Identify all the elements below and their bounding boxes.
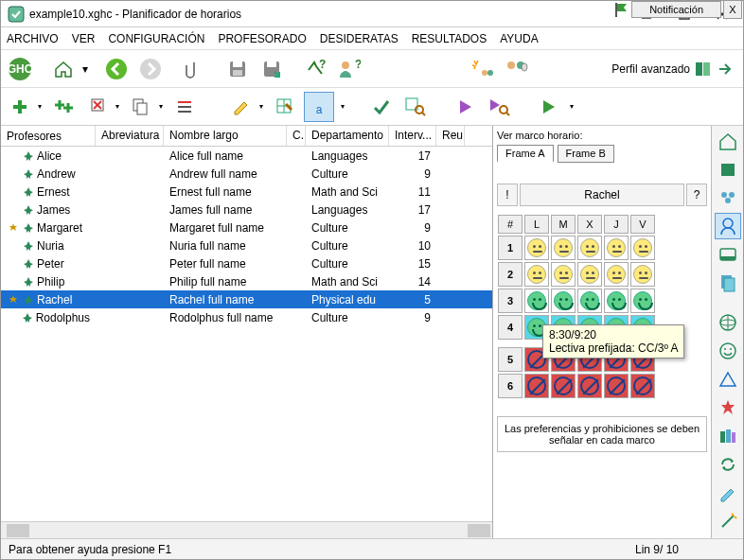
- add-dropdown[interactable]: ▾: [35, 92, 44, 122]
- wizard-button[interactable]: [467, 54, 497, 84]
- play-button[interactable]: [450, 92, 480, 122]
- delete-dropdown[interactable]: ▾: [113, 92, 122, 122]
- ghc-button[interactable]: GHC: [5, 54, 35, 84]
- frame-b-tab[interactable]: Frame B: [558, 145, 614, 163]
- sb-panel-icon[interactable]: [715, 241, 741, 268]
- help-button[interactable]: ?: [300, 54, 330, 84]
- schedule-cell[interactable]: [630, 236, 655, 260]
- forward-button[interactable]: [135, 54, 166, 84]
- col-abrev[interactable]: Abreviatura: [96, 126, 164, 146]
- schedule-cell[interactable]: [577, 374, 602, 398]
- col-c[interactable]: C...: [287, 126, 306, 146]
- frame-a-tab[interactable]: Frame A: [497, 145, 554, 163]
- schedule-cell[interactable]: [630, 374, 655, 398]
- user-help-button[interactable]: ?: [334, 54, 364, 84]
- schedule-cell[interactable]: [551, 374, 576, 398]
- schedule-cell[interactable]: [524, 374, 549, 398]
- table-row[interactable]: RachelRachel full namePhysical edu5: [1, 290, 492, 308]
- table-row[interactable]: ErnestErnest full nameMath and Sci11: [1, 183, 492, 201]
- schedule-cell[interactable]: [604, 262, 629, 287]
- sb-wand-icon[interactable]: [715, 508, 741, 534]
- schedule-cell[interactable]: [604, 236, 629, 260]
- sb-people-icon[interactable]: [715, 184, 741, 211]
- copy-button[interactable]: [126, 92, 156, 122]
- add-multi-button[interactable]: [48, 92, 79, 122]
- table-row[interactable]: PeterPeter full nameCulture15: [1, 254, 492, 272]
- add-button[interactable]: [5, 92, 35, 122]
- table-row[interactable]: RodolphusRodolphus full nameCulture9: [1, 308, 492, 326]
- menu-resultados[interactable]: RESULTADOS: [412, 32, 487, 45]
- col-interv[interactable]: Interv...: [389, 126, 436, 146]
- sb-home-icon[interactable]: [715, 128, 741, 154]
- sb-smile-icon[interactable]: [715, 338, 741, 364]
- table-row[interactable]: JamesJames full nameLanguages17: [1, 201, 492, 219]
- text-dropdown[interactable]: ▾: [338, 92, 347, 122]
- horizontal-scrollbar[interactable]: [1, 521, 492, 538]
- list-button[interactable]: [169, 92, 200, 122]
- menu-desideratas[interactable]: DESIDERATAS: [320, 32, 399, 45]
- col-profesores[interactable]: Profesores: [1, 126, 96, 146]
- copy-dropdown[interactable]: ▾: [156, 92, 166, 122]
- edit-dropdown[interactable]: ▾: [257, 92, 266, 122]
- edit-button[interactable]: [226, 92, 257, 122]
- schedule-cell[interactable]: [577, 262, 602, 287]
- sb-star-icon[interactable]: [715, 394, 741, 421]
- schedule-cell[interactable]: [630, 289, 655, 313]
- play-search-button[interactable]: [484, 92, 514, 122]
- menu-ver[interactable]: VER: [72, 32, 96, 45]
- search-button[interactable]: [400, 92, 431, 122]
- col-reu[interactable]: Reu: [436, 126, 465, 146]
- run-button[interactable]: [533, 92, 563, 122]
- sb-docs-icon[interactable]: [715, 270, 741, 296]
- schedule-cell[interactable]: [604, 289, 629, 313]
- menu-profesorado[interactable]: PROFESORADO: [218, 32, 306, 45]
- col-dep[interactable]: Departamento: [306, 126, 389, 146]
- notification-tab[interactable]: Notificación: [631, 1, 721, 18]
- schedule-cell[interactable]: [551, 262, 576, 287]
- menu-ayuda[interactable]: AYUDA: [500, 32, 538, 45]
- book-icon[interactable]: [694, 60, 713, 79]
- notification-close[interactable]: X: [723, 0, 742, 19]
- text-button[interactable]: a: [304, 92, 334, 122]
- sb-refresh-icon[interactable]: [715, 451, 741, 478]
- schedule-cell[interactable]: [524, 262, 549, 287]
- schedule-cell[interactable]: [604, 374, 629, 398]
- sb-profile-icon[interactable]: [715, 213, 741, 239]
- help-q-button[interactable]: ?: [686, 184, 707, 206]
- schedule-cell[interactable]: [524, 289, 549, 313]
- schedule-cell[interactable]: [577, 236, 602, 260]
- table-row[interactable]: NuriaNuria full nameCulture10: [1, 236, 492, 254]
- home-dropdown[interactable]: ▾: [82, 62, 88, 76]
- table-row[interactable]: PhilipPhilip full nameMath and Sci14: [1, 272, 492, 290]
- sb-book-icon[interactable]: [715, 156, 741, 183]
- grid-body[interactable]: AliceAlice full nameLanguages17AndrewAnd…: [1, 147, 492, 521]
- check-button[interactable]: [366, 92, 397, 122]
- users-button[interactable]: [501, 54, 531, 84]
- sb-globe-icon[interactable]: [715, 309, 741, 336]
- col-nombre[interactable]: Nombre largo: [164, 126, 287, 146]
- table-row[interactable]: AndrewAndrew full nameCulture9: [1, 165, 492, 183]
- table-row[interactable]: MargaretMargaret full nameCulture9: [1, 219, 492, 236]
- sb-pencil-icon[interactable]: [715, 480, 741, 506]
- schedule-cell[interactable]: [577, 289, 602, 313]
- save-as-button[interactable]: [257, 54, 287, 84]
- sb-triangle-icon[interactable]: [715, 366, 741, 393]
- sb-books-icon[interactable]: [715, 423, 741, 449]
- table-row[interactable]: AliceAlice full nameLanguages17: [1, 147, 492, 165]
- go-icon[interactable]: [717, 61, 734, 78]
- delete-button[interactable]: [82, 92, 113, 122]
- bang-button[interactable]: !: [497, 184, 518, 206]
- run-dropdown[interactable]: ▾: [567, 92, 576, 122]
- grid-edit-button[interactable]: [270, 92, 300, 122]
- schedule-cell[interactable]: [630, 262, 655, 287]
- schedule-cell[interactable]: [551, 236, 576, 260]
- menu-archivo[interactable]: ARCHIVO: [7, 32, 59, 45]
- schedule-cell[interactable]: [551, 289, 576, 313]
- home-button[interactable]: [48, 54, 79, 84]
- back-button[interactable]: [101, 54, 132, 84]
- attach-button[interactable]: [179, 54, 209, 84]
- menu-configuracion[interactable]: CONFIGURACIÓN: [108, 32, 204, 45]
- save-button[interactable]: [222, 54, 253, 84]
- flag-icon[interactable]: [612, 1, 629, 18]
- schedule-cell[interactable]: [524, 236, 549, 260]
